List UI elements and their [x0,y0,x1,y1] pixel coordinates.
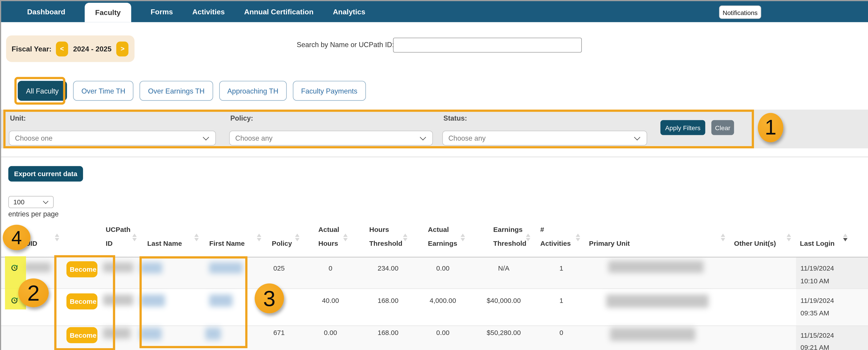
tab-approaching-th[interactable]: Approaching TH [219,81,286,101]
cell-last-login: 11/19/202409:35 AM [800,294,862,320]
cell-last-login: 11/19/202410:10 AM [800,262,862,288]
sort-icon [132,233,137,241]
col-header-actual-earnings[interactable]: ActualEarnings [428,226,457,257]
cell-hours-threshold: 168.00 [369,329,407,337]
cell-actual-hours: 0.00 [314,329,347,337]
nav-item-annual-certification[interactable]: Annual Certification [244,1,314,22]
table-row: Become 671 0.00 168.00 0.00 $50,280.00 0… [1,325,868,350]
redacted-first-name-link[interactable] [205,328,221,340]
col-header-policy[interactable]: Policy [272,226,292,257]
become-button[interactable]: Become [66,327,97,343]
become-button[interactable]: Become [66,293,97,310]
cell-activities: 1 [545,265,578,273]
tab-all-faculty[interactable]: All Faculty [18,81,67,101]
page-size-select[interactable]: 100 [8,196,54,208]
cell-earnings-threshold: $50,280.00 [479,329,529,337]
tab-over-time-th[interactable]: Over Time TH [73,81,133,101]
apply-filters-button[interactable]: Apply Filters [660,120,705,135]
fiscal-year-selector: Fiscal Year: < 2024 - 2025 > [6,35,134,62]
col-header-earnings-threshold[interactable]: EarningsThreshold [493,226,526,257]
policy-filter-select[interactable]: Choose any [229,131,433,146]
become-button[interactable]: Become [66,261,97,277]
sort-icon [54,233,59,241]
fiscal-year-label: Fiscal Year: [11,44,52,53]
redacted-primary-unit [606,294,709,308]
col-header-actual-hours[interactable]: ActualHours [318,226,339,257]
col-header-primary-unit[interactable]: Primary Unit [589,226,630,257]
cell-hours-threshold: 234.00 [369,265,407,273]
chevron-down-icon [634,134,641,140]
annotation-badge-4: 4 [3,225,31,250]
fiscal-year-next-button[interactable]: > [117,41,129,56]
cell-actual-hours: 40.00 [314,297,347,305]
filter-bar: Unit: Choose one Policy: Choose any Stat… [1,110,868,148]
col-header-other-units[interactable]: Other Unit(s) [734,226,776,257]
annotation-badge-3: 3 [255,283,284,313]
table-row: Become 025 0 234.00 0.00 N/A 1 11/19/202… [1,257,868,288]
status-filter-select[interactable]: Choose any [442,131,647,146]
sort-icon [256,233,261,241]
policy-filter-label: Policy: [230,115,253,122]
fiscal-year-prev-button[interactable]: < [56,41,68,56]
cell-policy: 025 [265,265,293,273]
col-header-last-name[interactable]: Last Name [147,226,182,257]
table-row: Become 40.00 168.00 4,000.00 $40,000.00 … [1,288,868,325]
redacted-primary-unit [610,328,695,341]
pending-history-clock-icon [10,296,18,304]
chevron-down-icon [420,134,426,140]
nav-item-faculty-active[interactable]: Faculty [85,3,131,22]
page-size-value: 100 [13,198,24,206]
search-input[interactable] [393,37,582,53]
cell-actual-earnings: 0.00 [424,265,462,273]
redacted-uid [23,262,51,273]
clear-filters-button[interactable]: Clear [711,120,734,135]
export-current-data-button[interactable]: Export current data [8,166,83,182]
chevron-down-icon [203,134,209,140]
policy-filter-value: Choose any [235,134,273,142]
redacted-first-name-link[interactable] [209,262,242,274]
sort-icon [525,233,530,241]
cell-last-login: 11/15/202409:21 AM [800,329,862,350]
redacted-last-name-link[interactable] [140,294,165,307]
col-header-hours-threshold[interactable]: HoursThreshold [369,226,402,257]
notifications-button[interactable]: Notifications [719,5,761,19]
fiscal-year-value: 2024 - 2025 [73,44,112,53]
annotation-badge-1: 1 [758,113,783,142]
unit-filter-label: Unit: [10,115,26,122]
unit-filter-value: Choose one [15,134,53,142]
nav-item-forms[interactable]: Forms [151,1,173,22]
nav-item-analytics[interactable]: Analytics [333,1,366,22]
cell-actual-hours: 0 [314,265,347,273]
sort-icon [194,233,199,241]
tab-over-earnings-th[interactable]: Over Earnings TH [140,81,213,101]
cell-policy: 671 [265,329,293,337]
sort-icon [343,233,348,241]
entries-per-page-label: entries per page [8,210,59,218]
cell-actual-earnings: 4,000.00 [424,297,462,305]
section-divider [1,157,868,157]
tab-faculty-payments[interactable]: Faculty Payments [293,81,366,101]
redacted-last-name-link[interactable] [140,328,162,340]
search-label: Search by Name or UCPath ID: [297,41,394,49]
redacted-last-name-link[interactable] [140,262,162,274]
col-header-ucpath-id[interactable]: UCPathID [106,226,131,257]
col-header-activities[interactable]: #Activities [540,226,571,257]
sort-icon [786,233,791,241]
redacted-ucpath-id [103,328,131,339]
redacted-primary-unit [608,261,704,273]
col-header-first-name[interactable]: First Name [209,226,245,257]
sort-icon [575,233,580,241]
col-header-last-login[interactable]: Last Login [800,226,835,257]
unit-filter-select[interactable]: Choose one [9,131,216,146]
annotation-badge-2: 2 [18,278,49,307]
sort-icon [402,233,407,241]
chevron-down-icon [43,198,49,204]
nav-item-activities[interactable]: Activities [192,1,225,22]
cell-earnings-threshold: N/A [479,265,529,273]
nav-item-dashboard[interactable]: Dashboard [27,1,65,22]
cell-actual-earnings: 0.00 [424,329,462,337]
redacted-ucpath-id [103,294,133,306]
redacted-first-name-link[interactable] [209,294,232,307]
sort-icon [460,233,465,241]
cell-earnings-threshold: $40,000.00 [479,297,529,305]
